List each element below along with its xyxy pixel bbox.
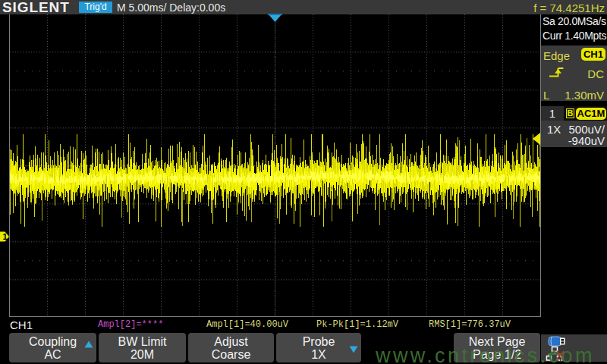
svg-text:1: 1 — [3, 232, 8, 241]
